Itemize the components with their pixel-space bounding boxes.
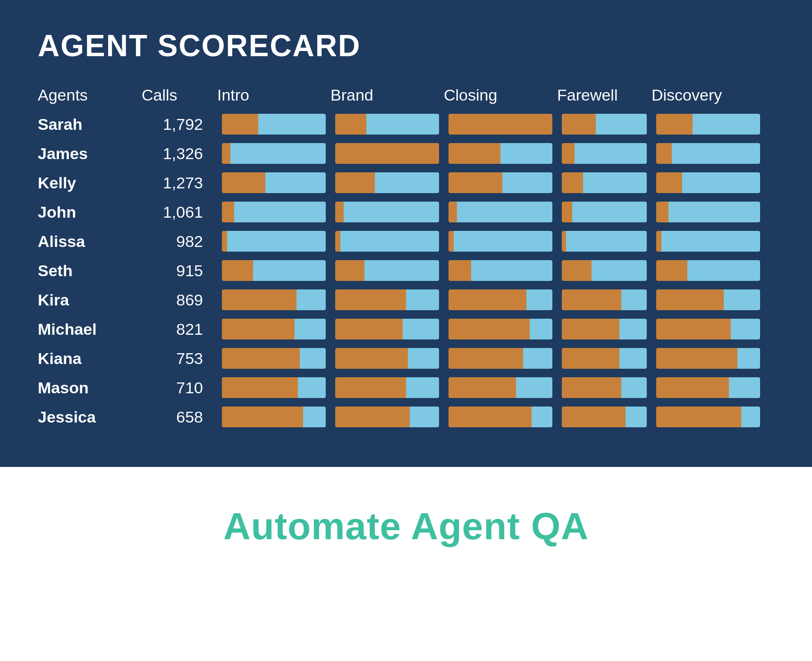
bar-cell-farewell (557, 258, 651, 283)
bar-blue-brand (406, 377, 439, 398)
bar-orange-closing (448, 260, 471, 281)
agent-name: Kira (38, 291, 142, 309)
bar-orange-brand (335, 319, 403, 339)
bar-blue-closing (502, 172, 552, 193)
bar-blue-intro (303, 407, 326, 427)
bar-orange-discovery (656, 143, 672, 164)
bar-orange-closing (448, 114, 552, 135)
bar-orange-discovery (656, 377, 729, 398)
table-row: Kiana 753 (38, 346, 774, 371)
bar-orange-farewell (562, 377, 621, 398)
bar-cell-intro (217, 317, 330, 341)
bar-cell-closing (444, 141, 557, 166)
bar-intro (222, 202, 326, 222)
bar-cell-brand (330, 229, 444, 254)
bar-blue-discovery (687, 260, 760, 281)
bar-blue-closing (457, 202, 552, 222)
bar-cell-brand (330, 112, 444, 136)
bar-closing (448, 114, 552, 135)
bar-cell-discovery (651, 141, 765, 166)
agent-calls: 915 (142, 262, 217, 280)
bar-cell-discovery (651, 229, 765, 254)
bar-intro (222, 231, 326, 252)
bar-discovery (656, 348, 760, 369)
bar-brand (335, 114, 439, 135)
agent-calls: 1,326 (142, 144, 217, 163)
bar-intro (222, 348, 326, 369)
agent-calls: 1,273 (142, 174, 217, 192)
table-row: Michael 821 (38, 317, 774, 341)
bar-orange-discovery (656, 202, 668, 222)
bar-blue-brand (403, 319, 439, 339)
bar-blue-brand (406, 289, 439, 310)
bar-orange-farewell (562, 172, 583, 193)
bar-cell-discovery (651, 346, 765, 371)
bar-cell-brand (330, 375, 444, 400)
bar-orange-farewell (562, 319, 619, 339)
bar-discovery (656, 377, 760, 398)
bar-blue-farewell (619, 319, 647, 339)
bar-blue-intro (295, 319, 326, 339)
bar-farewell (562, 172, 647, 193)
bar-blue-closing (454, 231, 552, 252)
bar-discovery (656, 231, 760, 252)
bar-blue-farewell (626, 407, 647, 427)
bar-blue-discovery (724, 289, 760, 310)
rows-container: Sarah 1,792 (38, 112, 774, 429)
bar-orange-closing (448, 172, 502, 193)
bar-blue-intro (230, 143, 326, 164)
bar-closing (448, 143, 552, 164)
bar-blue-closing (516, 377, 552, 398)
agent-calls: 982 (142, 232, 217, 251)
bar-orange-intro (222, 289, 296, 310)
automate-title: Automate Agent QA (223, 505, 589, 548)
bar-blue-brand (344, 202, 439, 222)
bar-cell-farewell (557, 112, 651, 136)
bar-cell-closing (444, 346, 557, 371)
bar-blue-discovery (737, 348, 760, 369)
bar-discovery (656, 114, 760, 135)
bar-cell-brand (330, 141, 444, 166)
agent-name: Seth (38, 262, 142, 280)
bar-cell-closing (444, 258, 557, 283)
bar-blue-intro (265, 172, 326, 193)
bar-cell-intro (217, 288, 330, 312)
bar-cell-farewell (557, 405, 651, 429)
bar-closing (448, 348, 552, 369)
bar-blue-closing (530, 319, 552, 339)
bar-discovery (656, 319, 760, 339)
table-wrapper: Agents Calls Intro Brand Closing Farewel… (38, 82, 774, 429)
bar-farewell (562, 143, 647, 164)
bar-discovery (656, 260, 760, 281)
bar-blue-closing (500, 143, 552, 164)
bar-blue-brand (375, 172, 439, 193)
bar-blue-farewell (621, 289, 647, 310)
bar-orange-farewell (562, 407, 626, 427)
bar-orange-discovery (656, 231, 661, 252)
bar-orange-brand (335, 202, 344, 222)
bar-orange-brand (335, 348, 408, 369)
bar-farewell (562, 319, 647, 339)
bar-blue-brand (408, 348, 439, 369)
bar-orange-brand (335, 260, 364, 281)
bar-farewell (562, 202, 647, 222)
bar-blue-discovery (731, 319, 760, 339)
agent-calls: 869 (142, 291, 217, 309)
bar-blue-brand (410, 407, 439, 427)
bar-blue-discovery (741, 407, 760, 427)
bar-blue-brand (364, 260, 439, 281)
bar-brand (335, 348, 439, 369)
page-title: AGENT SCORECARD (38, 28, 774, 63)
bar-blue-farewell (596, 114, 647, 135)
bar-cell-closing (444, 405, 557, 429)
bar-farewell (562, 260, 647, 281)
bar-cell-farewell (557, 141, 651, 166)
agent-name: Kelly (38, 174, 142, 192)
bar-cell-intro (217, 141, 330, 166)
bar-cell-discovery (651, 375, 765, 400)
bar-orange-intro (222, 231, 227, 252)
bar-farewell (562, 407, 647, 427)
bar-blue-intro (227, 231, 326, 252)
agent-name: John (38, 203, 142, 221)
bar-cell-intro (217, 170, 330, 195)
